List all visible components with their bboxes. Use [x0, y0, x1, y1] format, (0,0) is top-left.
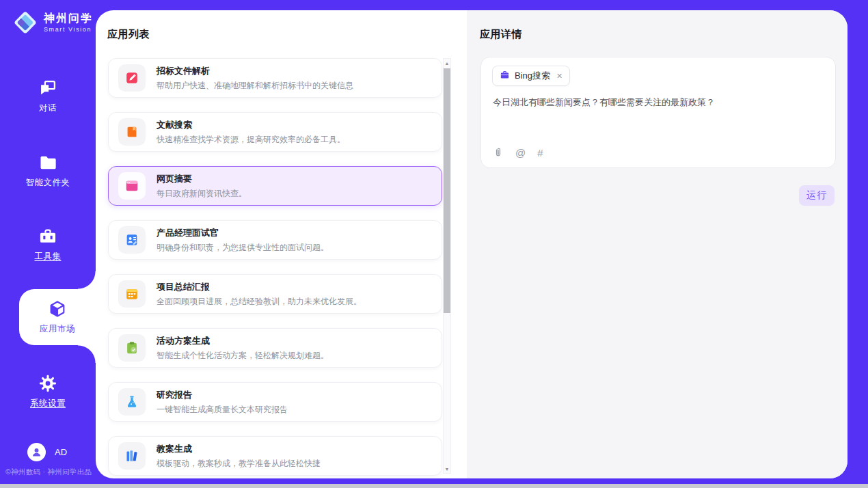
person-icon — [31, 446, 42, 458]
user-name: AD — [55, 447, 67, 457]
sidebar-item-2[interactable]: 智能文件夹 — [0, 151, 96, 191]
scrollbar-thumb[interactable] — [444, 68, 450, 313]
app-card-description: 每日政府新闻资讯快查。 — [157, 188, 247, 200]
browser-code-icon — [118, 172, 146, 200]
diamond-logo-icon — [12, 10, 38, 36]
book-icon — [118, 118, 146, 146]
app-detail-panel: 应用详情 Bing搜索 ✕ 今日湖北有哪些新闻要点？有哪些需要关注的最新政策？ … — [467, 10, 847, 478]
avatar — [27, 443, 46, 461]
app-card-title: 招标文件解析 — [157, 65, 353, 77]
folder-icon — [38, 153, 57, 172]
app-list-title: 应用列表 — [107, 28, 150, 41]
app-card-2[interactable]: 文献搜索 快速精准查找学术资源，提高研究效率的必备工具。 — [108, 112, 442, 152]
sidebar-item-label: 智能文件夹 — [26, 177, 70, 189]
app-card-8[interactable]: 教案生成 模板驱动，教案秒成，教学准备从此轻松快捷 — [108, 436, 442, 476]
calendar-icon — [118, 280, 146, 308]
edit-document-icon — [118, 64, 146, 92]
prompt-input-area[interactable]: Bing搜索 ✕ 今日湖北有哪些新闻要点？有哪些需要关注的最新政策？ @# — [480, 57, 836, 168]
app-card-title: 网页摘要 — [157, 173, 247, 185]
app-card-7[interactable]: 研究报告 一键智能生成高质量长文本研究报告 — [108, 382, 442, 422]
research-flask-icon — [118, 388, 146, 416]
briefcase-icon — [500, 70, 510, 83]
app-card-list: 招标文件解析 帮助用户快速、准确地理解和解析招标书中的关键信息 文献搜索 快速精… — [108, 58, 442, 478]
gear-icon — [38, 374, 57, 393]
sidebar-item-5[interactable]: 系统设置 — [0, 372, 96, 411]
app-card-title: 文献搜索 — [157, 119, 345, 131]
sidebar-item-label: 应用市场 — [40, 323, 75, 335]
screen: 神州问学 Smart Vision 对话 智能文件夹 工具集 应用市场 系统设置… — [0, 0, 868, 488]
app-card-description: 全面回顾项目进展，总结经验教训，助力未来优化发展。 — [157, 296, 362, 308]
input-toolbar: @# — [493, 147, 543, 158]
hashtag-icon[interactable]: # — [537, 148, 543, 158]
app-card-title: 活动方案生成 — [157, 335, 329, 347]
app-card-description: 快速精准查找学术资源，提高研究效率的必备工具。 — [157, 134, 345, 146]
app-card-description: 帮助用户快速、准确地理解和解析招标书中的关键信息 — [157, 80, 353, 92]
sidebar: 神州问学 Smart Vision 对话 智能文件夹 工具集 应用市场 系统设置… — [0, 0, 96, 484]
scroll-up-icon[interactable]: ▲ — [444, 59, 450, 67]
cube-icon — [48, 299, 67, 318]
app-card-title: 研究报告 — [157, 389, 288, 401]
attachment-icon[interactable] — [493, 147, 504, 158]
app-card-3[interactable]: 网页摘要 每日政府新闻资讯快查。 — [108, 166, 442, 206]
sidebar-item-1[interactable]: 对话 — [0, 77, 96, 116]
app-list-panel: 应用列表 招标文件解析 帮助用户快速、准确地理解和解析招标书中的关键信息 文献搜… — [96, 10, 467, 478]
app-card-1[interactable]: 招标文件解析 帮助用户快速、准确地理解和解析招标书中的关键信息 — [108, 58, 442, 98]
scroll-down-icon[interactable]: ▼ — [444, 465, 450, 473]
app-card-description: 模板驱动，教案秒成，教学准备从此轻松快捷 — [157, 458, 321, 470]
app-card-5[interactable]: 项目总结汇报 全面回顾项目进展，总结经验教训，助力未来优化发展。 — [108, 274, 442, 314]
app-card-description: 智能生成个性化活动方案，轻松解决规划难题。 — [157, 350, 329, 362]
copyright-text: ©神州数码 · 神州问学出品 — [5, 467, 92, 477]
chat-icon — [38, 79, 57, 98]
tool-tag-bing-search[interactable]: Bing搜索 ✕ — [492, 66, 570, 86]
tool-tag-label: Bing搜索 — [515, 70, 550, 82]
sidebar-item-4[interactable]: 应用市场 — [19, 289, 96, 345]
user-row[interactable]: AD — [27, 443, 67, 461]
mention-icon[interactable]: @ — [515, 148, 526, 158]
main-container: 应用列表 招标文件解析 帮助用户快速、准确地理解和解析招标书中的关键信息 文献搜… — [96, 10, 847, 478]
sidebar-item-label: 工具集 — [35, 251, 62, 262]
interview-icon — [118, 226, 146, 254]
clipboard-check-icon — [118, 334, 146, 362]
toolbox-icon — [38, 227, 57, 246]
sidebar-item-label: 系统设置 — [30, 398, 66, 409]
app-card-description: 明确身份和职责，为您提供专业性的面试问题。 — [157, 242, 329, 254]
app-card-title: 产品经理面试官 — [157, 227, 329, 239]
app-card-4[interactable]: 产品经理面试官 明确身份和职责，为您提供专业性的面试问题。 — [108, 220, 442, 260]
app-card-6[interactable]: 活动方案生成 智能生成个性化活动方案，轻松解决规划难题。 — [108, 328, 442, 368]
app-card-title: 项目总结汇报 — [157, 281, 362, 293]
books-icon — [118, 442, 146, 470]
app-card-description: 一键智能生成高质量长文本研究报告 — [157, 404, 288, 416]
sidebar-item-label: 对话 — [39, 103, 57, 114]
query-text[interactable]: 今日湖北有哪些新闻要点？有哪些需要关注的最新政策？ — [493, 96, 825, 109]
app-card-title: 教案生成 — [157, 443, 321, 455]
app-logo: 神州问学 Smart Vision — [12, 10, 93, 36]
logo-subtitle: Smart Vision — [44, 26, 93, 33]
run-button[interactable]: 运行 — [799, 185, 835, 206]
logo-title: 神州问学 — [44, 12, 93, 25]
sidebar-item-3[interactable]: 工具集 — [0, 225, 96, 265]
app-list-scrollbar[interactable]: ▲ ▼ — [443, 58, 451, 474]
close-icon[interactable]: ✕ — [556, 72, 562, 81]
app-detail-title: 应用详情 — [480, 28, 522, 41]
